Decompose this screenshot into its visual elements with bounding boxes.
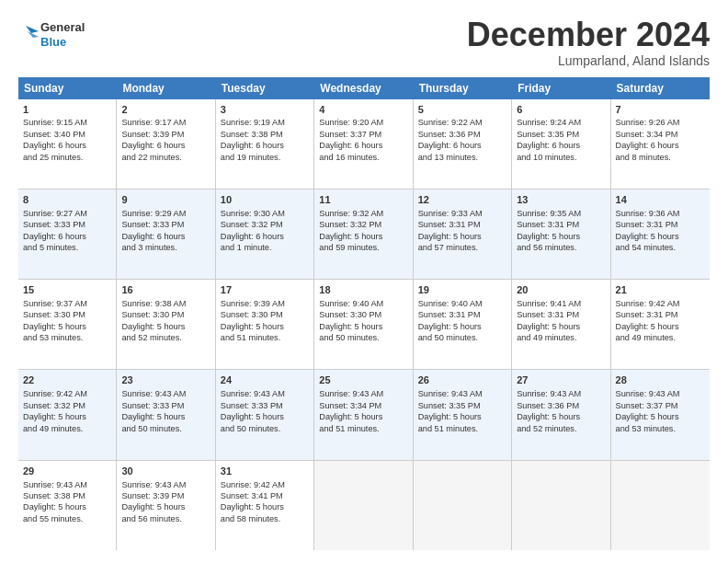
day-info: Sunset: 3:34 PM — [616, 130, 678, 139]
day-info: Sunset: 3:31 PM — [616, 220, 678, 229]
logo-bird-icon — [18, 22, 39, 48]
day-info: Daylight: 5 hours — [616, 412, 679, 421]
day-info: Sunrise: 9:43 AM — [418, 389, 483, 398]
day-30: 30Sunrise: 9:43 AMSunset: 3:39 PMDayligh… — [117, 461, 215, 550]
day-info: Sunset: 3:32 PM — [319, 220, 381, 229]
logo: General Blue — [18, 20, 85, 49]
day-info: and 56 minutes. — [517, 243, 576, 252]
day-31: 31Sunrise: 9:42 AMSunset: 3:41 PMDayligh… — [216, 461, 314, 550]
day-info: Daylight: 5 hours — [121, 502, 185, 511]
week-row-5: 29Sunrise: 9:43 AMSunset: 3:38 PMDayligh… — [18, 461, 710, 550]
day-info: and 10 minutes. — [517, 153, 576, 162]
day-number: 8 — [23, 193, 111, 207]
day-number: 29 — [23, 465, 111, 478]
day-info: Sunrise: 9:43 AM — [221, 389, 285, 398]
empty-cell — [414, 461, 512, 550]
day-info: Sunrise: 9:36 AM — [616, 209, 680, 218]
day-number: 1 — [23, 103, 111, 117]
day-info: Sunset: 3:34 PM — [319, 401, 381, 410]
day-info: and 49 minutes. — [23, 424, 83, 433]
day-22: 22Sunrise: 9:42 AMSunset: 3:32 PMDayligh… — [18, 370, 117, 459]
day-info: and 52 minutes. — [121, 333, 181, 342]
day-info: and 22 minutes. — [121, 153, 181, 162]
day-15: 15Sunrise: 9:37 AMSunset: 3:30 PMDayligh… — [18, 280, 117, 369]
day-info: Daylight: 6 hours — [319, 141, 382, 150]
day-info: Sunset: 3:31 PM — [418, 220, 481, 229]
day-info: Sunrise: 9:42 AM — [221, 480, 285, 489]
day-number: 30 — [121, 465, 210, 478]
day-info: Sunrise: 9:33 AM — [418, 209, 483, 218]
header-sunday: Sunday — [18, 77, 117, 99]
day-21: 21Sunrise: 9:42 AMSunset: 3:31 PMDayligh… — [611, 280, 710, 369]
day-number: 19 — [418, 283, 506, 297]
location: Lumparland, Aland Islands — [467, 53, 710, 68]
day-number: 7 — [616, 103, 705, 117]
day-info: Sunrise: 9:39 AM — [221, 299, 285, 308]
day-info: Sunrise: 9:43 AM — [121, 389, 186, 398]
svg-marker-0 — [26, 26, 39, 33]
day-info: Daylight: 5 hours — [23, 322, 86, 331]
day-info: Sunrise: 9:20 AM — [319, 118, 383, 127]
day-info: Sunset: 3:31 PM — [616, 310, 678, 319]
day-info: Daylight: 5 hours — [221, 412, 284, 421]
day-number: 24 — [221, 373, 309, 387]
week-row-3: 15Sunrise: 9:37 AMSunset: 3:30 PMDayligh… — [18, 280, 710, 370]
day-10: 10Sunrise: 9:30 AMSunset: 3:32 PMDayligh… — [216, 190, 314, 279]
day-info: and 54 minutes. — [616, 243, 676, 252]
day-info: Sunset: 3:33 PM — [121, 220, 184, 229]
day-3: 3Sunrise: 9:19 AMSunset: 3:38 PMDaylight… — [216, 99, 314, 189]
day-info: and 8 minutes. — [616, 153, 671, 162]
day-info: Daylight: 5 hours — [517, 322, 580, 331]
day-info: Sunrise: 9:40 AM — [319, 299, 383, 308]
day-info: and 55 minutes. — [23, 514, 83, 523]
day-info: Daylight: 6 hours — [418, 141, 482, 150]
day-number: 23 — [121, 373, 210, 387]
day-info: and 53 minutes. — [616, 424, 676, 433]
day-info: and 50 minutes. — [418, 333, 478, 342]
day-info: Sunrise: 9:30 AM — [221, 209, 285, 218]
day-number: 13 — [517, 193, 605, 207]
day-info: Daylight: 5 hours — [121, 322, 185, 331]
day-14: 14Sunrise: 9:36 AMSunset: 3:31 PMDayligh… — [611, 190, 710, 279]
day-info: Sunset: 3:36 PM — [418, 130, 481, 139]
day-info: Sunset: 3:39 PM — [121, 491, 184, 500]
day-number: 22 — [23, 373, 111, 387]
day-info: Daylight: 5 hours — [319, 322, 382, 331]
day-info: Sunrise: 9:43 AM — [517, 389, 581, 398]
day-number: 21 — [616, 283, 705, 297]
day-info: Sunrise: 9:43 AM — [616, 389, 680, 398]
day-info: Daylight: 6 hours — [121, 141, 185, 150]
day-number: 27 — [517, 373, 605, 387]
day-info: and 13 minutes. — [418, 153, 478, 162]
day-19: 19Sunrise: 9:40 AMSunset: 3:31 PMDayligh… — [414, 280, 512, 369]
day-info: and 56 minutes. — [121, 514, 181, 523]
header-wednesday: Wednesday — [314, 77, 413, 99]
day-info: Sunrise: 9:43 AM — [23, 480, 87, 489]
day-number: 14 — [616, 193, 705, 207]
day-6: 6Sunrise: 9:24 AMSunset: 3:35 PMDaylight… — [512, 99, 610, 189]
empty-cell — [512, 461, 610, 550]
day-info: and 16 minutes. — [319, 153, 379, 162]
month-title: December 2024 — [467, 17, 710, 53]
page: General Blue December 2024 Lumparland, A… — [0, 0, 728, 563]
day-info: Daylight: 5 hours — [517, 232, 580, 241]
day-number: 28 — [616, 373, 705, 387]
day-number: 15 — [23, 283, 111, 297]
header-monday: Monday — [117, 77, 215, 99]
day-8: 8Sunrise: 9:27 AMSunset: 3:33 PMDaylight… — [18, 190, 117, 279]
day-23: 23Sunrise: 9:43 AMSunset: 3:33 PMDayligh… — [117, 370, 215, 459]
day-info: Daylight: 6 hours — [23, 141, 86, 150]
day-info: Sunrise: 9:15 AM — [23, 118, 87, 127]
day-number: 18 — [319, 283, 407, 297]
header-saturday: Saturday — [611, 77, 710, 99]
day-24: 24Sunrise: 9:43 AMSunset: 3:33 PMDayligh… — [216, 370, 314, 459]
day-info: Sunset: 3:41 PM — [221, 491, 283, 500]
day-info: and 57 minutes. — [418, 243, 478, 252]
day-18: 18Sunrise: 9:40 AMSunset: 3:30 PMDayligh… — [314, 280, 413, 369]
day-info: and 51 minutes. — [319, 424, 379, 433]
header-friday: Friday — [512, 77, 610, 99]
calendar: Sunday Monday Tuesday Wednesday Thursday… — [18, 77, 710, 550]
day-28: 28Sunrise: 9:43 AMSunset: 3:37 PMDayligh… — [611, 370, 710, 459]
day-info: Daylight: 5 hours — [616, 232, 679, 241]
day-info: Sunrise: 9:42 AM — [23, 389, 87, 398]
